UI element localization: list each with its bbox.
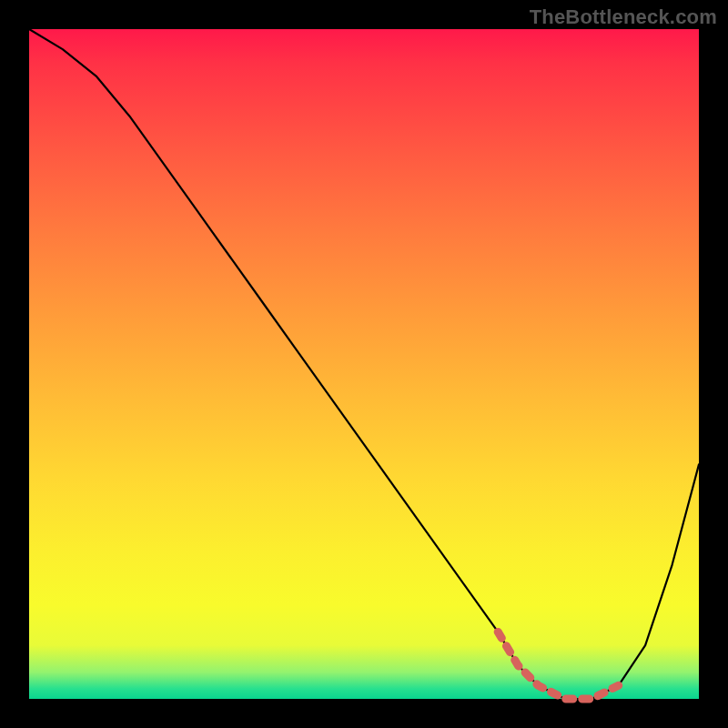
main-curve	[29, 29, 699, 699]
watermark-text: TheBottleneck.com	[530, 5, 717, 29]
plot-area	[29, 29, 699, 699]
chart-container: TheBottleneck.com	[0, 0, 728, 728]
curve-svg	[29, 29, 699, 699]
highlight-curve	[498, 632, 618, 699]
